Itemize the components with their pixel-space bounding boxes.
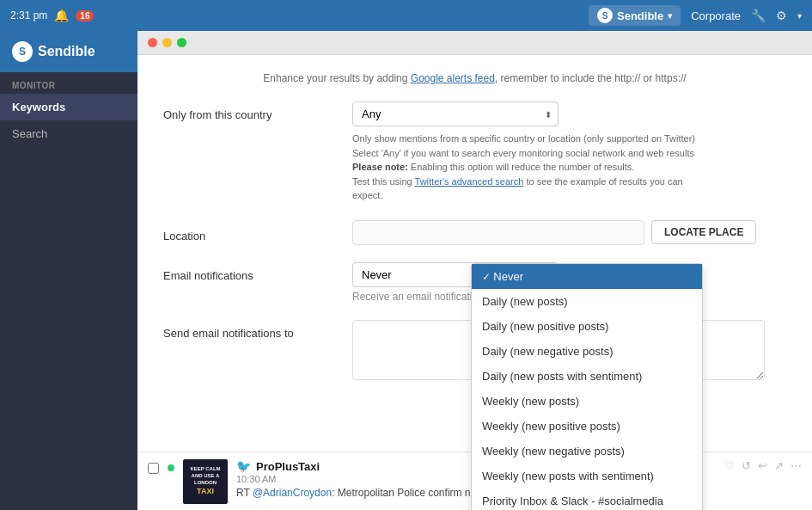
country-desc-line1: Only show mentions from a specific count… bbox=[352, 133, 695, 144]
sidebar-logo: S Sendible bbox=[0, 31, 137, 72]
clock: 2:31 pm bbox=[10, 9, 47, 22]
country-desc-test: Test this using bbox=[352, 176, 415, 187]
bell-icon: 🔔 bbox=[54, 9, 69, 22]
thumb-line3: LONDON bbox=[194, 480, 217, 487]
window-chrome bbox=[137, 31, 812, 55]
tweet-checkbox[interactable] bbox=[148, 463, 159, 474]
window-maximize-btn[interactable] bbox=[177, 38, 186, 47]
sendible-logo-top[interactable]: S Sendible ▾ bbox=[589, 5, 681, 26]
send-email-label: Send email notifications to bbox=[163, 320, 335, 340]
country-label: Only from this country bbox=[163, 101, 335, 121]
sendible-label: Sendible bbox=[617, 9, 663, 22]
country-control: Any ⬍ Only show mentions from a specific… bbox=[352, 101, 786, 203]
tweet-action-reply[interactable]: ↩ bbox=[758, 459, 767, 472]
dropdown-item-weekly-new[interactable]: Weekly (new posts) bbox=[472, 389, 702, 414]
content-area: Enhance your results by adding Google al… bbox=[137, 31, 812, 510]
dropdown-item-daily-new[interactable]: Daily (new posts) bbox=[472, 289, 702, 314]
sidebar-item-keywords[interactable]: Keywords bbox=[0, 94, 137, 120]
twitter-advanced-search-link[interactable]: Twitter's advanced search bbox=[415, 176, 524, 187]
locate-place-button[interactable]: LOCATE PLACE bbox=[651, 220, 756, 244]
location-control: LOCATE PLACE bbox=[352, 220, 786, 245]
twitter-icon: 🐦 bbox=[236, 459, 251, 473]
gear-caret-icon: ▾ bbox=[797, 11, 802, 21]
dropdown-item-priority-slack[interactable]: Priority Inbox & Slack - #socialmedia bbox=[472, 488, 702, 510]
dropdown-item-weekly-sentiment[interactable]: Weekly (new posts with sentiment) bbox=[472, 464, 702, 488]
country-select-wrapper: Any ⬍ bbox=[352, 101, 559, 126]
top-bar: 2:31 pm 🔔 16 S Sendible ▾ Corporate 🔧 ⚙ … bbox=[0, 0, 812, 31]
sidebar-logo-icon: S bbox=[12, 41, 33, 62]
dropdown-item-daily-sentiment[interactable]: Daily (new posts with sentiment) bbox=[472, 364, 702, 389]
country-row: Only from this country Any ⬍ Only show m… bbox=[163, 101, 786, 203]
hint-prefix: Enhance your results by adding bbox=[263, 72, 410, 84]
tweet-checkbox-col bbox=[148, 459, 159, 474]
sidebar-logo-label: Sendible bbox=[38, 44, 95, 59]
country-select[interactable]: Any bbox=[352, 101, 559, 126]
window-minimize-btn[interactable] bbox=[162, 38, 172, 47]
tweet-rt-prefix: RT bbox=[236, 487, 253, 499]
tweet-action-retweet[interactable]: ↺ bbox=[742, 459, 751, 472]
country-desc-note: Enabling this option will reduce the num… bbox=[408, 162, 635, 172]
dropdown-item-daily-negative[interactable]: Daily (new negative posts) bbox=[472, 339, 702, 364]
location-row: Location LOCATE PLACE bbox=[163, 220, 786, 245]
dropdown-item-never[interactable]: Never bbox=[472, 264, 702, 289]
wrench-icon[interactable]: 🔧 bbox=[751, 9, 766, 22]
tweet-action-heart[interactable]: ♡ bbox=[724, 459, 735, 472]
tweet-thumbnail: KEEP CALM AND USE A LONDON TAXI bbox=[183, 459, 228, 504]
gear-icon[interactable]: ⚙ bbox=[776, 9, 787, 22]
thumb-line2: AND USE A bbox=[192, 473, 220, 480]
hint-text: Enhance your results by adding Google al… bbox=[163, 72, 786, 84]
tweet-username[interactable]: ProPlusTaxi bbox=[256, 460, 320, 473]
sidebar-section-monitor: MONITOR bbox=[0, 72, 137, 94]
dropdown-item-weekly-positive[interactable]: Weekly (new positive posts) bbox=[472, 414, 702, 439]
notification-badge[interactable]: 16 bbox=[76, 10, 94, 22]
sidebar: S Sendible MONITOR Keywords Search bbox=[0, 31, 137, 510]
tweet-actions: ♡ ↺ ↩ ↗ ⋯ bbox=[724, 459, 802, 472]
email-notif-label: Email notifications bbox=[163, 262, 335, 282]
dropdown-item-daily-positive[interactable]: Daily (new positive posts) bbox=[472, 314, 702, 339]
thumb-taxi: TAXI bbox=[197, 487, 214, 497]
dropdown-item-weekly-negative[interactable]: Weekly (new negative posts) bbox=[472, 439, 702, 464]
country-desc-line2: Select 'Any' if you want to search every… bbox=[352, 148, 694, 158]
location-label: Location bbox=[163, 223, 335, 243]
email-notif-dropdown: Never Daily (new posts) Daily (new posit… bbox=[471, 263, 703, 510]
tweet-mention[interactable]: @AdrianCroydon bbox=[253, 487, 332, 499]
window-close-btn[interactable] bbox=[148, 38, 157, 47]
tweet-action-more[interactable]: ⋯ bbox=[791, 459, 802, 472]
thumb-line1: KEEP CALM bbox=[190, 466, 220, 473]
corporate-label: Corporate bbox=[691, 9, 741, 22]
green-dot bbox=[168, 464, 174, 471]
google-alerts-link[interactable]: Google alerts feed bbox=[411, 72, 495, 84]
top-bar-right: S Sendible ▾ Corporate 🔧 ⚙ ▾ bbox=[589, 5, 802, 26]
main-layout: S Sendible MONITOR Keywords Search Enhan… bbox=[0, 31, 812, 510]
country-description: Only show mentions from a specific count… bbox=[352, 132, 713, 203]
tweet-action-share[interactable]: ↗ bbox=[774, 459, 784, 472]
top-bar-left: 2:31 pm 🔔 16 bbox=[10, 9, 94, 22]
country-desc-note-label: Please note: bbox=[352, 162, 408, 172]
sendible-caret-icon: ▾ bbox=[668, 11, 672, 21]
sidebar-item-search[interactable]: Search bbox=[0, 120, 137, 147]
hint-suffix: , remember to include the http:// or htt… bbox=[495, 72, 687, 84]
sendible-circle-icon: S bbox=[597, 8, 613, 23]
location-input[interactable] bbox=[352, 220, 644, 245]
